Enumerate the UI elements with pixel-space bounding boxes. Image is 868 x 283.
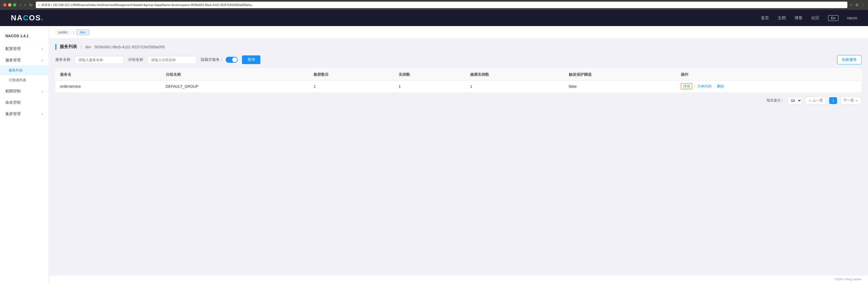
sidebar-item-service-list[interactable]: 服务列表 (0, 65, 49, 75)
main-layout: NACOS 1.4.1 配置管理 ∨ 服务管理 ∧ 服务列表 订阅者列表 权 (0, 26, 868, 283)
cell-instance-count: 1 (394, 81, 466, 92)
hide-empty-toggle-wrap: 隐藏空服务： (201, 57, 238, 63)
next-page-button[interactable]: 下一页 ＞ (840, 97, 862, 104)
logo-text: NACOS. (11, 13, 44, 22)
nav-blog[interactable]: 博客 (795, 16, 803, 21)
browser-nav: ‹ › ↻ (19, 2, 34, 8)
col-threshold: 触发保护阈值 (564, 69, 677, 81)
service-name-input[interactable] (75, 56, 124, 64)
page-title-bar: 服务列表 ｜ dev 9038a561-8bcb-41d1-952f-f1842… (55, 44, 862, 50)
forward-btn[interactable]: › (23, 2, 27, 8)
sidebar-group-service-header[interactable]: 服务管理 ∧ (0, 55, 49, 65)
current-page[interactable]: 1 (829, 97, 837, 104)
content-area: public | dev 服务列表 ｜ dev 9038a561-8bcb-41… (49, 26, 868, 283)
sidebar-group-auth: 权限控制 ∨ (0, 86, 49, 96)
group-name-label: 分组名称 (128, 57, 143, 62)
nav-community[interactable]: 社区 (811, 16, 819, 21)
hide-empty-label: 隐藏空服务： (201, 57, 223, 62)
sidebar-group-cluster: 集群管理 ∨ (0, 109, 49, 119)
sidebar-group-auth-header[interactable]: 权限控制 ∨ (0, 86, 49, 96)
breadcrumb-dev-label: dev (80, 30, 86, 34)
nav-docs[interactable]: 文档 (778, 16, 786, 21)
cell-cluster-count: 1 (309, 81, 394, 92)
sidebar: NACOS 1.4.1 配置管理 ∨ 服务管理 ∧ 服务列表 订阅者列表 权 (0, 26, 49, 283)
header-nav: 首页 文档 博客 社区 En nacos (761, 15, 857, 21)
service-table: 服务名 分组名称 集群数目 实例数 健康实例数 触发保护阈值 操作 orders… (55, 69, 862, 92)
col-cluster-count: 集群数目 (309, 69, 394, 81)
per-page-select[interactable]: 10 20 50 (787, 97, 802, 104)
breadcrumb-bar: public | dev (49, 26, 868, 38)
url-text: 外安全 | 192.168.152.1:8848/nacos/index.htm… (41, 3, 254, 7)
address-bar[interactable]: ⚠ 外安全 | 192.168.152.1:8848/nacos/index.h… (36, 2, 847, 8)
example-code-link[interactable]: 示例代码 (698, 84, 712, 88)
sidebar-group-service-label: 服务管理 (5, 58, 21, 63)
table-body: orderservice DEFAULT_GROUP 1 1 1 false 详… (56, 81, 862, 92)
col-group-name: 分组名称 (161, 69, 309, 81)
window-controls (3, 3, 16, 6)
per-page-label: 每页显示： (767, 98, 784, 103)
delete-link[interactable]: 删除 (717, 84, 724, 88)
cell-threshold: false (564, 81, 677, 92)
sidebar-group-config: 配置管理 ∨ (0, 44, 49, 54)
bookmark-icon[interactable]: ☆ (849, 3, 853, 7)
pagination-bar: 每页显示： 10 20 50 ＜ 上一页 1 下一页 ＞ (55, 92, 862, 109)
group-name-input[interactable] (148, 56, 196, 64)
sidebar-version: NACOS 1.4.1 (0, 30, 49, 41)
app-header: NACOS. 首页 文档 博客 社区 En nacos (0, 10, 868, 26)
reload-btn[interactable]: ↻ (28, 2, 34, 8)
back-btn[interactable]: ‹ (19, 2, 22, 8)
sidebar-group-cluster-header[interactable]: 集群管理 ∨ (0, 109, 49, 119)
sidebar-group-config-header[interactable]: 配置管理 ∨ (0, 44, 49, 54)
footer: CSDN ©Ding Jianbo (49, 275, 868, 283)
col-service-name: 服务名 (56, 69, 161, 81)
page-content: 服务列表 ｜ dev 9038a561-8bcb-41d1-952f-f1842… (49, 38, 868, 275)
sidebar-group-config-label: 配置管理 (5, 47, 21, 51)
create-service-button[interactable]: 创建服务 (837, 55, 862, 64)
menu-icon[interactable]: ⋮ (861, 3, 865, 7)
cell-service-name: orderservice (56, 81, 161, 92)
browser-chrome: ‹ › ↻ ⚠ 外安全 | 192.168.152.1:8848/nacos/i… (0, 0, 868, 10)
sidebar-group-service: 服务管理 ∧ 服务列表 订阅者列表 (0, 55, 49, 85)
security-icon: ⚠ (38, 3, 40, 6)
footer-copyright: CSDN ©Ding Jianbo (834, 278, 862, 281)
sidebar-group-cluster-label: 集群管理 (5, 112, 21, 116)
sidebar-group-namespace-header[interactable]: 命名空间 (0, 97, 49, 108)
chevron-up-icon: ∧ (41, 59, 43, 62)
service-name-label: 服务名称 (55, 57, 70, 62)
sidebar-item-subscriber-list[interactable]: 订阅者列表 (0, 75, 49, 85)
prev-page-button[interactable]: ＜ 上一页 (805, 97, 826, 104)
chevron-down-icon-cluster: ∨ (41, 113, 43, 116)
language-switcher[interactable]: En (828, 15, 838, 21)
minimize-window-btn[interactable] (8, 3, 11, 6)
page-title: 服务列表 (60, 44, 77, 50)
cell-group-name: DEFAULT_GROUP (161, 81, 309, 92)
user-menu[interactable]: nacos (847, 16, 857, 20)
namespace-label: dev 9038a561-8bcb-41d1-952f-f1842689a095 (85, 45, 165, 49)
breadcrumb-separator: | (73, 30, 74, 34)
breadcrumb-public-label: public (59, 30, 68, 34)
namespace-id: 9038a561-8bcb-41d1-952f-f1842689a095 (94, 45, 165, 49)
chevron-down-icon-auth: ∨ (41, 90, 43, 93)
action-sep-1: | (694, 84, 695, 88)
col-actions: 操作 (677, 69, 862, 81)
nav-home[interactable]: 首页 (761, 16, 769, 21)
breadcrumb-public[interactable]: public (55, 30, 71, 35)
title-separator: ｜ (79, 45, 83, 50)
hide-empty-toggle[interactable] (226, 57, 238, 63)
extensions-icon[interactable]: ⚙ (855, 3, 859, 7)
toggle-knob (232, 57, 237, 62)
cell-healthy-count: 1 (466, 81, 564, 92)
close-window-btn[interactable] (3, 3, 6, 6)
detail-link[interactable]: 详情 (681, 83, 692, 89)
breadcrumb-dev[interactable]: dev (76, 29, 89, 35)
sidebar-item-subscriber-list-label: 订阅者列表 (9, 78, 26, 82)
col-healthy-count: 健康实例数 (466, 69, 564, 81)
col-instance-count: 实例数 (394, 69, 466, 81)
chevron-down-icon: ∨ (41, 48, 43, 51)
query-button[interactable]: 查询 (242, 55, 260, 64)
maximize-window-btn[interactable] (13, 3, 16, 6)
cell-actions: 详情 | 示例代码 | 删除 (677, 81, 862, 92)
filter-bar: 服务名称 分组名称 隐藏空服务： 查询 创建服务 (55, 55, 862, 64)
namespace-name: dev (85, 45, 91, 49)
table-header: 服务名 分组名称 集群数目 实例数 健康实例数 触发保护阈值 操作 (56, 69, 862, 81)
